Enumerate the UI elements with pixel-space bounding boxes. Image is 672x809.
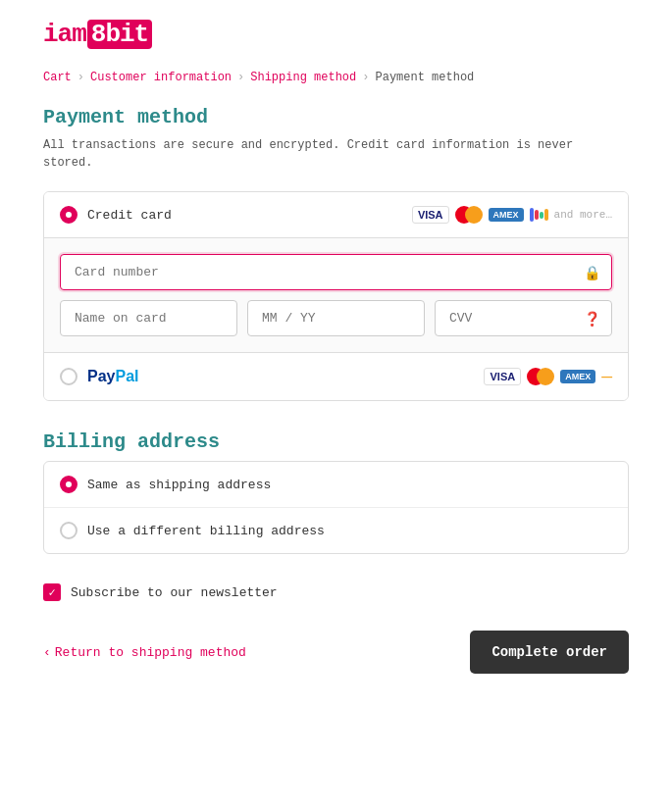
breadcrumb-sep-3: › [362,71,369,84]
name-on-card-input[interactable] [60,300,237,336]
mastercard-icon [455,206,483,224]
cvv-help-icon[interactable]: ❓ [584,310,600,327]
credit-card-option[interactable]: Credit card VISA AMEX and more… [44,192,628,238]
lock-icon: 🔒 [584,264,600,280]
billing-address-section: Billing address Same as shipping address… [43,430,629,554]
card-number-wrapper: 🔒 [60,254,612,290]
paypal-mc-icon [527,368,554,385]
stripe-icon [530,208,548,222]
billing-options-card: Same as shipping address Use a different… [43,461,629,554]
page-title: Payment method [43,106,629,128]
different-address-label: Use a different billing address [87,524,612,538]
paypal-logo: PayPal [87,368,138,385]
page-description: All transactions are secure and encrypte… [43,136,629,172]
breadcrumb: Cart › Customer information › Shipping m… [43,71,629,84]
breadcrumb-customer-info[interactable]: Customer information [90,71,232,84]
different-address-option[interactable]: Use a different billing address [44,508,628,553]
credit-card-radio[interactable] [60,206,78,224]
return-to-shipping-link[interactable]: ‹ Return to shipping method [43,645,246,660]
newsletter-row: Subscribe to our newsletter [43,583,629,601]
card-number-input[interactable] [60,254,612,290]
name-on-card-wrapper [60,300,237,336]
payment-methods-card: Credit card VISA AMEX and more… 🔒 [43,191,629,401]
breadcrumb-sep-2: › [237,71,244,84]
paypal-extra-icon: — [601,367,612,386]
billing-address-title: Billing address [43,430,629,453]
breadcrumb-sep-1: › [78,71,84,84]
expiry-wrapper [247,300,425,336]
return-chevron-icon: ‹ [43,645,51,660]
breadcrumb-shipping-method[interactable]: Shipping method [250,71,356,84]
logo-iam: iam [43,20,86,49]
paypal-radio[interactable] [60,368,78,385]
cc-details-row: ❓ [60,300,612,336]
breadcrumb-payment-method: Payment method [375,71,474,84]
different-address-radio[interactable] [60,522,78,539]
paypal-icons: VISA AMEX — [484,367,612,386]
paypal-visa-icon: VISA [484,368,521,385]
expiry-input[interactable] [247,300,425,336]
credit-card-label: Credit card [87,208,412,223]
newsletter-label: Subscribe to our newsletter [71,585,278,600]
paypal-option[interactable]: PayPal VISA AMEX — [44,353,628,400]
same-address-option[interactable]: Same as shipping address [44,462,628,508]
credit-card-icons: VISA AMEX and more… [412,206,612,224]
breadcrumb-cart[interactable]: Cart [43,71,72,84]
same-address-label: Same as shipping address [87,478,612,492]
complete-order-button[interactable]: Complete order [470,631,629,674]
logo: iam8bit [43,20,629,49]
same-address-radio[interactable] [60,476,78,493]
newsletter-checkbox[interactable] [43,583,61,601]
credit-card-form: 🔒 ❓ [44,238,628,353]
cvv-wrapper: ❓ [435,300,612,336]
logo-8bit: 8bit [87,20,152,49]
amex-icon: AMEX [489,208,524,222]
return-link-text: Return to shipping method [55,645,246,660]
footer-row: ‹ Return to shipping method Complete ord… [43,631,629,674]
paypal-amex-icon: AMEX [560,370,595,383]
visa-icon: VISA [412,206,449,224]
more-cards-text: and more… [554,209,612,221]
